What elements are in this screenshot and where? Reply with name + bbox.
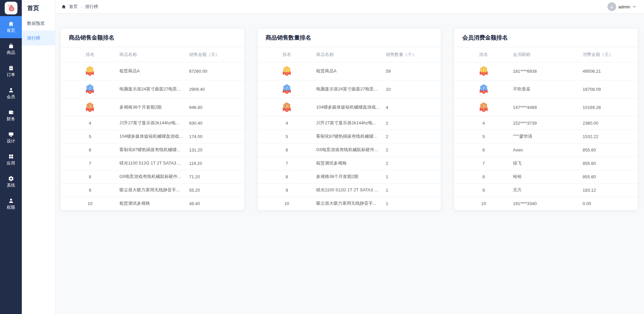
name-cell: 客制化87键热插拔有线机械键... (316, 130, 386, 143)
svg-text:2: 2 (286, 86, 288, 90)
value-cell: 855.60 (583, 156, 638, 170)
column-header: 会员昵称 (513, 47, 583, 62)
value-cell: 2 (386, 116, 441, 130)
value-cell: 2 (386, 156, 441, 170)
rank-cell: 3★ (258, 98, 316, 116)
breadcrumb-item-home[interactable]: 首页 (69, 4, 78, 10)
rank-cell: 9 (61, 183, 119, 197)
value-cell: 49506.21 (583, 62, 638, 80)
table-row: 4川升27英寸显示器2k144hz电...930.40 (61, 116, 244, 130)
column-header: 排名 (258, 47, 316, 62)
sidebar-item-apps[interactable]: 应用 (0, 149, 22, 171)
sidebar-item-label: 会员 (7, 94, 15, 100)
system-icon (8, 176, 14, 182)
value-cell: 174.00 (189, 130, 244, 143)
table-row: 10191****33400.00 (454, 197, 638, 210)
table-row: 5104键多媒体旋钮机械键盘游戏...174.00 (61, 130, 244, 143)
name-cell: 181****6938 (513, 62, 583, 80)
table-row: 10吸尘器大吸力家用无线静音手...1 (258, 197, 441, 210)
name-cell: """"廖华清 (513, 130, 583, 143)
rank-cell: 7 (61, 156, 119, 170)
table-row: 10租赁测试多规格48.40 (61, 197, 244, 210)
name-cell: 租赁商品A (119, 62, 189, 80)
breadcrumb: 首页 › 排行榜 (61, 4, 98, 10)
sidebar-item-orders[interactable]: 订单 (0, 60, 22, 82)
svg-text:3: 3 (286, 104, 288, 108)
sidebar-item-label: 商品 (7, 50, 15, 56)
svg-text:★: ★ (89, 91, 91, 93)
rank-cell: 6 (454, 143, 513, 156)
svg-text:★: ★ (483, 91, 485, 93)
svg-text:1: 1 (89, 68, 91, 72)
table-row: 4川升27英寸显示器2k144hz电...2 (258, 116, 441, 130)
rank-number: 9 (89, 188, 91, 193)
sidebar-item-design[interactable]: 设计 (0, 127, 22, 149)
members-icon (8, 87, 14, 93)
table-row: 9吸尘器大吸力家用无线静音手...55.20 (61, 183, 244, 197)
sidebar-item-members[interactable]: 会员 (0, 82, 22, 105)
sidebar-item-label: 系统 (7, 183, 15, 188)
rank-number: 6 (286, 147, 288, 152)
name-cell: 川升27英寸显示器2k144hz电... (119, 116, 189, 130)
rank-cell: 9 (454, 183, 513, 197)
value-cell: 183.12 (583, 183, 638, 197)
orders-icon (8, 65, 14, 71)
sidebar-item-permissions[interactable]: 权限 (0, 193, 22, 215)
value-cell: 10169.28 (583, 98, 638, 116)
medal-rank-3-icon: 3★ (84, 102, 96, 113)
rank-number: 5 (89, 134, 91, 139)
rank-number: 8 (89, 174, 91, 179)
table-row: 7徐飞855.60 (454, 156, 638, 170)
table-row: 1★租赁商品A59 (258, 62, 441, 80)
permissions-icon (8, 198, 14, 204)
secondary-sidebar-item[interactable]: 排行榜 (22, 31, 55, 46)
sidebar-item-goods[interactable]: 商品 (0, 38, 22, 60)
column-header: 商品名称 (316, 47, 386, 62)
name-cell: G5电竞游戏有线机械鼠标硬件... (119, 170, 189, 183)
rank-number: 7 (286, 161, 288, 166)
table-row: 1★181****693849506.21 (454, 62, 638, 80)
value-cell: 0.00 (583, 197, 638, 210)
column-header: 消费金额（元） (583, 47, 638, 62)
sidebar-item-label: 财务 (7, 116, 15, 122)
rank-number: 9 (482, 188, 485, 193)
value-cell: 2360.00 (583, 116, 638, 130)
name-cell: 电脑显示器24英寸曲面27电竞... (119, 80, 189, 98)
sidebar-item-home[interactable]: 首页 (0, 16, 22, 38)
secondary-sidebar-item[interactable]: 数据预览 (22, 16, 55, 31)
rank-number: 6 (482, 147, 485, 152)
name-cell: 吸尘器大吸力家用无线静音手... (316, 197, 386, 210)
rank-cell: 2★ (454, 80, 513, 98)
name-cell: 租赁商品A (316, 62, 386, 80)
value-cell: 4 (386, 98, 441, 116)
sidebar-item-finance[interactable]: 财务 (0, 105, 22, 127)
app-logo[interactable]: 省 (0, 0, 22, 16)
value-cell: 55.20 (189, 183, 244, 197)
table-row: 5""""廖华清1532.22 (454, 130, 638, 143)
sidebar-item-system[interactable]: 系统 (0, 171, 22, 193)
svg-text:★: ★ (89, 73, 91, 75)
user-menu[interactable]: a admin (607, 2, 636, 11)
main-area: 首页 › 排行榜 a admin 商品销售金额排名排名商品名称销售金额（元）1★… (55, 0, 644, 314)
value-cell: 2 (386, 130, 441, 143)
table-row: 3★104键多媒体旋钮机械键盘游戏...4 (258, 98, 441, 116)
table-row: 2★电脑显示器24英寸曲面27电竞...10 (258, 80, 441, 98)
name-cell: 镁光1100 512G 1T 2T SATA3 ... (316, 183, 386, 197)
ranking-card-2: 商品销售数量排名排名商品名称销售数量（个）1★租赁商品A592★电脑显示器24英… (257, 28, 441, 210)
rank-cell: 1★ (454, 62, 513, 80)
rank-number: 6 (89, 147, 91, 152)
primary-sidebar: 省 首页商品订单会员财务设计应用系统权限 (0, 0, 22, 314)
value-cell: 59 (386, 62, 441, 80)
medal-rank-3-icon: 3★ (281, 102, 292, 113)
rank-number: 10 (88, 201, 92, 206)
home-icon[interactable] (61, 4, 66, 9)
rank-cell: 5 (61, 130, 119, 143)
ranking-cards-row: 商品销售金额排名排名商品名称销售金额（元）1★租赁商品A67260.002★电脑… (55, 14, 644, 210)
rank-cell: 8 (258, 170, 316, 183)
name-cell: 镁光1100 512G 1T 2T SATA3 ... (119, 156, 189, 170)
table-row: 7镁光1100 512G 1T 2T SATA3 ...119.20 (61, 156, 244, 170)
table-row: 7租赁测试多规格2 (258, 156, 441, 170)
secondary-sidebar-title: 首页 (22, 0, 55, 16)
goods-icon (8, 43, 14, 49)
value-cell: 946.80 (189, 98, 244, 116)
